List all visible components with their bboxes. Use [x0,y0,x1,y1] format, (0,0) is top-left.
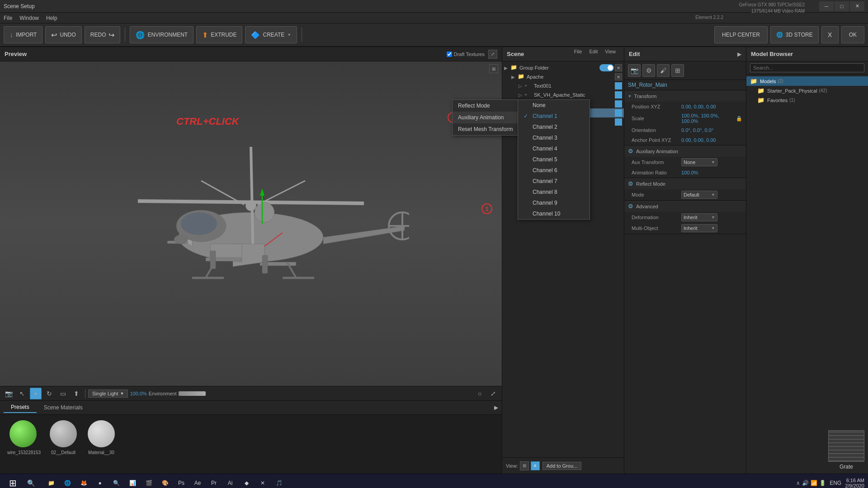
channel-5[interactable]: Channel 5 [518,154,590,165]
channel-8[interactable]: Channel 8 [518,187,590,197]
reflect-mode-header[interactable]: ⚙ Reflect Mode [624,178,746,189]
taskbar-app-7[interactable]: Ae [190,476,205,488]
taskbar-app-5[interactable]: 🎨 [157,476,173,488]
eye-text001[interactable] [615,82,622,89]
3d-store-button[interactable]: 🌐 3D STORE [770,26,819,43]
eye-object[interactable] [615,118,622,126]
edit-gear-icon[interactable]: ⚙ [642,64,655,77]
tray-icon-2[interactable]: 🔊 [802,480,809,486]
draft-textures-checkbox[interactable]: Draft Textures [447,52,485,57]
minimize-button[interactable]: ─ [819,1,834,11]
taskbar-app-9[interactable]: Ai [222,476,238,488]
viewport-expand-button[interactable]: ⤢ [488,50,497,59]
close-button[interactable]: ✕ [850,1,864,11]
draft-textures-input[interactable] [447,52,452,57]
tray-icon-4[interactable]: 🔋 [819,480,826,486]
taskbar-app-chrome[interactable]: ● [92,476,108,488]
taskbar-app-search[interactable]: 🔍 [108,476,124,488]
channel-6[interactable]: Channel 6 [518,165,590,176]
anchor-value[interactable]: 0.00, 0.00, 0.00 [681,137,716,143]
maximize-button[interactable]: □ [835,1,849,11]
tree-item-sk-vh[interactable]: ▷ ▫ SK_VH_Apache_Static [502,90,624,99]
eye-sm-rotor-main[interactable] [615,109,622,117]
add-to-group-button[interactable]: Add to Grou... [542,462,581,470]
rotate-icon[interactable]: ↻ [43,388,55,399]
eye-sm-rotor-tail[interactable] [615,100,622,108]
presets-tab[interactable]: Presets [4,402,37,413]
extrude-button[interactable]: ⬆ EXTRUDE [196,26,242,43]
add-icon[interactable]: + [30,388,42,399]
channel-7[interactable]: Channel 7 [518,176,590,187]
tree-item-group-folder[interactable]: ▶ 📁 Group Folder ✕ [502,63,624,72]
edit-camera-icon[interactable]: 📷 [628,64,641,77]
material-item-2[interactable]: 02__Default [50,420,77,455]
undo-button[interactable]: ↩ UNDO [45,26,81,43]
taskbar-app-firefox[interactable]: 🦊 [76,476,91,488]
channel-none[interactable]: None [518,100,590,111]
multi-object-dropdown[interactable]: Inherit ▼ [681,224,717,232]
scene-materials-tab[interactable]: Scene Materials [37,403,90,413]
single-light-dropdown[interactable]: Single Light ▼ [88,389,128,398]
aux-transform-dropdown[interactable]: None ▼ [681,158,717,166]
model-tree-starter-pack[interactable]: 📁 Starter_Pack_Physical (42) [746,86,868,95]
menu-help[interactable]: Help [46,15,57,21]
taskbar-app-10[interactable]: ◆ [239,476,254,488]
environment-button[interactable]: 🌐 ENVIRONMENT [130,26,193,43]
orientation-value[interactable]: 0.0°, 0.0°, 0.0° [681,127,713,133]
viewport-corner-icon[interactable]: ⊞ [489,64,498,73]
menu-file[interactable]: File [4,15,12,21]
scene-view-icon-2[interactable]: ≡ [531,461,540,470]
advanced-header[interactable]: ⚙ Advanced [624,201,746,212]
taskbar-app-explorer[interactable]: 📁 [43,476,59,488]
redo-button[interactable]: REDO ↪ [85,26,121,43]
eye-sk-vh[interactable] [615,91,622,99]
reflect-mode-dropdown[interactable]: Default ▼ [681,191,717,199]
tray-icon-3[interactable]: 📶 [811,480,817,486]
presets-expand-button[interactable]: ▶ [494,404,498,411]
channel-2[interactable]: Channel 2 [518,122,590,132]
scene-tab-file[interactable]: File [571,49,586,60]
scale-value[interactable]: 100.0%, 100.0%, 100.0% [681,113,734,124]
channel-1[interactable]: ✓ Channel 1 [518,111,590,122]
model-tree-favorites[interactable]: 📁 Favorites (1) [746,95,868,105]
channel-10[interactable]: Channel 10 [518,208,590,219]
channel-9[interactable]: Channel 9 [518,197,590,208]
animation-ratio-value[interactable]: 100.0% [681,170,698,175]
edit-panel-expand[interactable]: ▶ [737,51,741,57]
transform-section-header[interactable]: + Transform [624,90,746,102]
eye-toggle-group[interactable] [599,64,614,71]
taskbar-search-button[interactable]: 🔍 [24,476,38,488]
taskbar-app-edge[interactable]: 🌐 [60,476,75,488]
scene-tab-edit[interactable]: Edit [585,49,601,60]
edit-brush-icon[interactable]: 🖌 [657,64,670,77]
menu-window[interactable]: Window [19,15,39,21]
deformation-dropdown[interactable]: Inherit ▼ [681,213,717,221]
rect-icon[interactable]: ▭ [57,388,69,399]
taskbar-app-6[interactable]: Ps [174,476,189,488]
scene-tab-view[interactable]: View [601,49,619,60]
channel-4[interactable]: Channel 4 [518,143,590,154]
x-button[interactable]: X [821,26,839,43]
camera-icon[interactable]: 📷 [3,388,14,399]
help-center-button[interactable]: HELP CENTER [714,26,768,43]
expand-icon[interactable]: ⤢ [487,388,499,399]
environment-bar[interactable] [179,391,206,396]
taskbar-app-11[interactable]: ✕ [255,476,270,488]
material-item-1[interactable]: wire_153228153 [7,420,39,455]
model-search-input[interactable] [750,63,864,72]
windows-start-button[interactable]: ⊞ [4,476,22,488]
tree-close-apache[interactable]: ✕ [615,73,622,80]
scene-view-icon-1[interactable]: ⊞ [520,461,529,470]
create-button[interactable]: 🔷 CREATE ▼ [245,26,297,43]
edit-settings-icon[interactable]: ⊞ [671,64,684,77]
taskbar-app-3[interactable]: 📊 [125,476,140,488]
cursor-icon[interactable]: ↖ [16,388,28,399]
tray-icon-1[interactable]: ∧ [796,480,800,486]
taskbar-app-12[interactable]: 🎵 [271,476,287,488]
taskbar-app-4[interactable]: 🎬 [141,476,156,488]
tree-item-apache[interactable]: ▶ 📁 Apache ✕ [502,72,624,81]
upload-icon[interactable]: ⬆ [71,388,82,399]
import-button[interactable]: ↓ IMPORT [4,26,42,43]
ok-button[interactable]: OK [841,26,864,43]
auxiliary-animation-header[interactable]: ⚙ Auxiliary Animation [624,145,746,157]
